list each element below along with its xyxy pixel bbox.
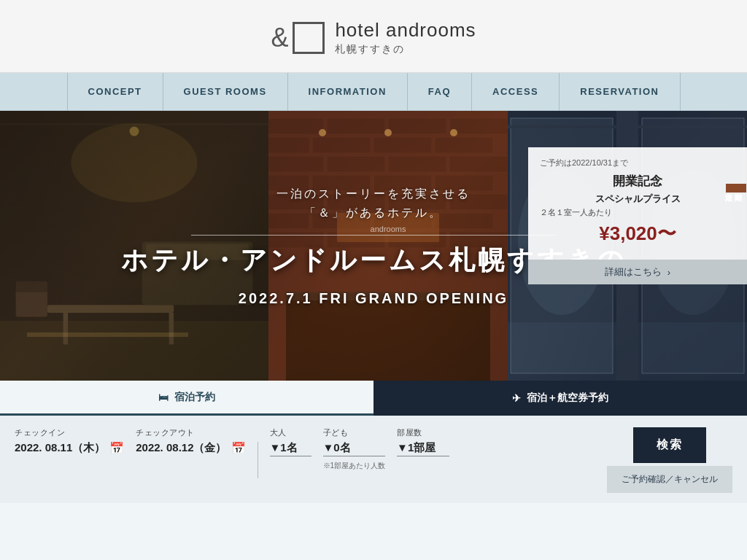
site-header: & hotel androoms 札幌すすきの bbox=[0, 0, 747, 73]
airplane-icon: ✈ bbox=[512, 392, 521, 404]
svg-rect-29 bbox=[374, 175, 432, 191]
checkin-value: 2022. 08.11（木） bbox=[15, 441, 105, 455]
persons-note: ※1部屋あたり人数 bbox=[323, 461, 386, 471]
checkin-calendar-icon[interactable]: 📅 bbox=[109, 441, 124, 455]
checkout-group: チェックアウト 2022. 08.12（金） 📅 bbox=[136, 427, 245, 455]
adult-select[interactable]: ▼1名 ▼2名 ▼3名 ▼4名 bbox=[270, 441, 311, 454]
period-label: 期間限定 bbox=[726, 184, 746, 192]
svg-rect-17 bbox=[388, 118, 446, 134]
hotel-name: hotel androoms bbox=[335, 19, 476, 42]
checkin-label: チェックイン bbox=[15, 427, 124, 438]
nav-item-information[interactable]: INFORMATION bbox=[288, 73, 408, 111]
rooms-group: 部屋数 ▼1部屋 ▼2部屋 ▼3部屋 bbox=[397, 427, 449, 456]
checkin-group: チェックイン 2022. 08.11（木） 📅 bbox=[15, 427, 124, 455]
svg-rect-20 bbox=[312, 137, 371, 153]
svg-rect-27 bbox=[268, 175, 309, 191]
checkout-calendar-icon[interactable]: 📅 bbox=[231, 441, 246, 455]
checkout-label: チェックアウト bbox=[136, 427, 245, 438]
nav-item-concept[interactable]: CONCEPT bbox=[67, 73, 163, 111]
svg-rect-31 bbox=[268, 194, 324, 210]
rooms-select[interactable]: ▼1部屋 ▼2部屋 ▼3部屋 bbox=[397, 441, 449, 454]
svg-rect-21 bbox=[374, 137, 432, 153]
nav-item-faq[interactable]: FAQ bbox=[408, 73, 472, 111]
badge-cta-label: 詳細はこちら bbox=[605, 265, 662, 279]
hero-panel-left bbox=[0, 111, 268, 381]
badge-price: ¥3,020〜 bbox=[540, 221, 735, 246]
svg-rect-5 bbox=[63, 313, 68, 344]
hotel-subtitle: 札幌すすきの bbox=[335, 43, 476, 56]
svg-rect-8 bbox=[16, 281, 47, 292]
svg-rect-26 bbox=[449, 156, 508, 172]
svg-rect-7 bbox=[16, 289, 47, 317]
child-select-wrapper: ▼0名 ▼1名 ▼2名 bbox=[323, 441, 386, 456]
svg-rect-22 bbox=[435, 137, 493, 153]
adult-label: 大人 bbox=[270, 427, 311, 438]
svg-rect-39 bbox=[268, 232, 324, 248]
svg-rect-58 bbox=[508, 125, 747, 128]
svg-text:androoms: androoms bbox=[371, 225, 406, 233]
svg-rect-28 bbox=[312, 175, 371, 191]
svg-rect-44 bbox=[286, 292, 490, 300]
chevron-right-icon: › bbox=[667, 267, 670, 278]
tab-stay-label: 宿泊予約 bbox=[174, 391, 215, 404]
bed-icon: 🛏 bbox=[158, 392, 169, 403]
svg-rect-16 bbox=[327, 118, 385, 134]
badge-cta-button[interactable]: 詳細はこちら › bbox=[528, 260, 747, 284]
checkin-value-row: 2022. 08.11（木） 📅 bbox=[15, 441, 124, 455]
logo-area: & hotel androoms 札幌すすきの bbox=[271, 19, 476, 56]
confirm-button[interactable]: ご予約確認／キャンセル bbox=[607, 466, 732, 493]
svg-point-48 bbox=[384, 129, 392, 136]
badge-title: 開業記念 bbox=[540, 173, 735, 190]
adult-group: 大人 ▼1名 ▼2名 ▼3名 ▼4名 bbox=[270, 427, 311, 456]
child-group: 子ども ▼0名 ▼1名 ▼2名 ※1部屋あたり人数 bbox=[323, 427, 386, 471]
svg-rect-23 bbox=[268, 156, 324, 172]
adult-select-wrapper: ▼1名 ▼2名 ▼3名 ▼4名 bbox=[270, 441, 311, 456]
nav-item-reservation[interactable]: RESERVATION bbox=[560, 73, 680, 111]
svg-rect-42 bbox=[449, 232, 508, 248]
nav-item-access[interactable]: ACCESS bbox=[472, 73, 560, 111]
logo-square bbox=[293, 22, 325, 54]
main-nav: CONCEPT GUEST ROOMS INFORMATION FAQ ACCE… bbox=[0, 73, 747, 111]
logo-icon: & bbox=[271, 22, 325, 54]
svg-rect-19 bbox=[268, 137, 309, 153]
svg-rect-30 bbox=[435, 175, 493, 191]
hero-section: androoms 一泊のストーリーを充実さ bbox=[0, 111, 747, 381]
form-divider bbox=[258, 442, 258, 478]
svg-rect-4 bbox=[47, 305, 174, 313]
logo-ampersand: & bbox=[271, 25, 288, 51]
tab-stay[interactable]: 🛏 宿泊予約 bbox=[0, 381, 374, 416]
checkout-value-row: 2022. 08.12（金） 📅 bbox=[136, 441, 245, 455]
svg-rect-25 bbox=[388, 156, 446, 172]
special-price-badge: 期間限定 ご予約は2022/10/31まで 開業記念 スペシャルプライス ２名１… bbox=[528, 147, 747, 284]
search-button[interactable]: 検索 bbox=[633, 427, 706, 463]
nav-inner: CONCEPT GUEST ROOMS INFORMATION FAQ ACCE… bbox=[67, 73, 681, 111]
svg-point-47 bbox=[319, 129, 326, 136]
svg-rect-15 bbox=[268, 118, 324, 134]
badge-content: ご予約は2022/10/31まで 開業記念 スペシャルプライス ２名１室一人あた… bbox=[528, 147, 747, 260]
svg-rect-43 bbox=[286, 293, 490, 381]
booking-tabs: 🛏 宿泊予約 ✈ 宿泊＋航空券予約 bbox=[0, 381, 747, 416]
booking-actions: 検索 ご予約確認／キャンセル bbox=[607, 427, 732, 493]
logo-text: hotel androoms 札幌すすきの bbox=[335, 19, 476, 56]
svg-point-49 bbox=[450, 129, 457, 136]
svg-rect-33 bbox=[388, 194, 446, 210]
badge-subtitle: スペシャルプライス bbox=[540, 192, 735, 206]
tab-flight-label: 宿泊＋航空券予約 bbox=[527, 392, 608, 405]
svg-rect-1 bbox=[0, 321, 268, 381]
tab-flight[interactable]: ✈ 宿泊＋航空券予約 bbox=[374, 381, 747, 416]
svg-rect-18 bbox=[449, 118, 508, 134]
child-label: 子ども bbox=[323, 427, 386, 438]
hero-panel-center: androoms bbox=[268, 111, 508, 381]
svg-rect-24 bbox=[327, 156, 385, 172]
svg-rect-32 bbox=[327, 194, 385, 210]
badge-validity: ご予約は2022/10/31まで bbox=[540, 158, 735, 168]
svg-rect-38 bbox=[435, 213, 493, 229]
svg-rect-10 bbox=[146, 244, 249, 260]
nav-item-guest-rooms[interactable]: GUEST ROOMS bbox=[163, 73, 288, 111]
badge-per-person: ２名１室一人あたり bbox=[540, 207, 735, 218]
booking-form: チェックイン 2022. 08.11（木） 📅 チェックアウト 2022. 08… bbox=[0, 416, 747, 503]
child-select[interactable]: ▼0名 ▼1名 ▼2名 bbox=[323, 441, 365, 454]
svg-rect-35 bbox=[268, 213, 309, 229]
svg-rect-34 bbox=[449, 194, 508, 210]
checkout-value: 2022. 08.12（金） bbox=[136, 441, 226, 455]
